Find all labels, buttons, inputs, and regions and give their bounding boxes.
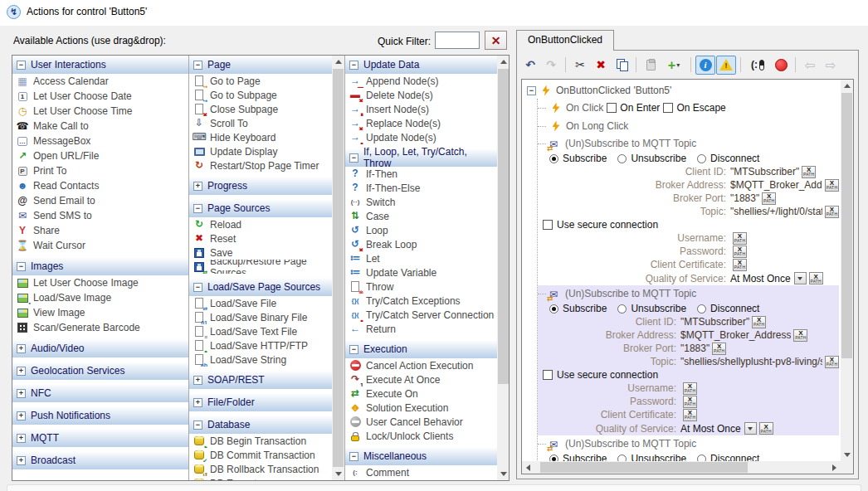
action-item-cancel-action-execution[interactable]: Cancel Action Execution: [345, 358, 497, 372]
scrollbar-thumb[interactable]: [841, 93, 852, 358]
xpath-button[interactable]: XPATH: [825, 206, 839, 218]
action-item-go-to-page[interactable]: ↪Go to Page: [189, 74, 332, 88]
delete-button[interactable]: ✖: [591, 56, 611, 75]
section-header-file-folder[interactable]: +File/Folder: [189, 393, 332, 411]
action-item-open-url-file[interactable]: ↗Open URL/File: [12, 148, 188, 163]
collapse-icon[interactable]: −: [349, 452, 358, 461]
action-item-view-image[interactable]: View Image: [12, 305, 188, 320]
action-item-load-save-image[interactable]: ▪Load/Save Image: [12, 290, 188, 305]
radio-disconnect[interactable]: [697, 455, 706, 462]
checkbox-on-escape[interactable]: [663, 103, 673, 113]
expand-icon[interactable]: +: [193, 376, 202, 385]
undo-button[interactable]: ↶: [520, 56, 540, 75]
action-item-share[interactable]: YShare: [12, 223, 188, 238]
collapse-icon[interactable]: −: [349, 345, 358, 354]
tree-horizontal-scrollbar[interactable]: [522, 461, 841, 474]
xpath-button[interactable]: XPATH: [759, 422, 773, 435]
section-header-load-save-page-sources[interactable]: −Load/Save Page Sources: [189, 278, 332, 296]
xpath-button[interactable]: XPATH: [683, 396, 697, 408]
section-header-broadcast[interactable]: +Broadcast: [12, 451, 188, 469]
action-item-replace-node-s[interactable]: →✖Replace Node(s): [345, 116, 497, 130]
quick-filter-input[interactable]: [435, 32, 480, 49]
forward-button[interactable]: ⇨: [821, 56, 841, 75]
action-item-lock-unlock-clients[interactable]: Lock/Unlock Clients: [345, 429, 497, 443]
expand-icon[interactable]: +: [17, 434, 26, 443]
scrollbar-thumb[interactable]: [333, 69, 344, 467]
xpath-button[interactable]: XPATH: [733, 246, 747, 258]
action-item-update-display[interactable]: Update Display: [189, 144, 332, 158]
collapse-icon[interactable]: −: [527, 86, 536, 95]
action-item-load-save-http-ftp[interactable]: ●Load/Save HTTP/FTP: [189, 338, 332, 352]
expand-icon[interactable]: +: [17, 344, 26, 353]
section-header-execution[interactable]: −Execution: [345, 340, 497, 358]
scroll-up-arrow[interactable]: [332, 56, 344, 68]
action-item-reload[interactable]: ↻Reload: [189, 217, 332, 231]
action-item-send-sms-to[interactable]: ✉Send SMS to: [12, 208, 188, 223]
action-item-messagebox[interactable]: …MessageBox: [12, 134, 188, 148]
action-item-try-catch-exceptions[interactable]: {}(Try/Catch Exceptions: [345, 294, 497, 308]
section-header-update-data[interactable]: −Update Data: [345, 56, 497, 74]
section-header-user-interactions[interactable]: −User Interactions: [12, 56, 188, 74]
xpath-button[interactable]: XPATH: [809, 272, 823, 284]
action-item-break-loop[interactable]: ↺✖Break Loop: [345, 237, 497, 251]
dropdown-arrow-button[interactable]: [744, 422, 757, 435]
tree-root-row[interactable]: −OnButtonClicked 'Button5': [527, 82, 839, 99]
expand-icon[interactable]: +: [193, 398, 202, 407]
action-item-backup-restore-page-sources[interactable]: ⇄Backup/Restore Page Sources: [189, 260, 332, 274]
action-item-scan-generate-barcode[interactable]: Scan/Generate Barcode: [12, 320, 188, 335]
action-item-load-save-string[interactable]: abLoad/Save String: [189, 352, 332, 367]
radio-disconnect[interactable]: [697, 154, 706, 163]
paste-button[interactable]: [641, 56, 661, 75]
action-item-restart-stop-page-timer[interactable]: ↻Restart/Stop Page Timer: [189, 158, 332, 173]
section-header-page-sources[interactable]: −Page Sources: [189, 199, 332, 217]
action-item-update-variable[interactable]: ≔Update Variable: [345, 265, 497, 280]
mqtt-action-2[interactable]: ✉⇄(Un)Subscribe to MQTT TopicSubscribeUn…: [538, 285, 839, 435]
collapse-icon[interactable]: −: [193, 204, 202, 213]
action-item-execute-on[interactable]: ⇄Execute On: [345, 386, 497, 401]
action-item-send-email-to[interactable]: @Send Email to: [12, 193, 188, 208]
xpath-button[interactable]: XPATH: [825, 179, 839, 192]
action-item-reset[interactable]: ✖Reset: [189, 231, 332, 246]
action-item-save[interactable]: Save: [189, 246, 332, 260]
action-item-return[interactable]: ←Return: [345, 322, 497, 336]
collapse-icon[interactable]: −: [17, 262, 26, 271]
xpath-button[interactable]: XPATH: [712, 343, 726, 355]
action-item-loop[interactable]: ↺Loop: [345, 223, 497, 237]
collapse-icon[interactable]: −: [193, 61, 202, 70]
radio-unsubscribe[interactable]: [617, 154, 627, 163]
action-item-let[interactable]: ≔Let: [345, 251, 497, 265]
xpath-button[interactable]: XPATH: [825, 356, 839, 368]
dropdown-arrow-button[interactable]: [794, 272, 807, 284]
mqtt-action-1[interactable]: ✉⇄(Un)Subscribe to MQTT TopicSubscribeUn…: [538, 135, 839, 285]
checkbox-on-enter[interactable]: [607, 103, 617, 113]
scroll-left-arrow[interactable]: [522, 461, 534, 474]
mqtt-action-3[interactable]: ✉⇄(Un)Subscribe to MQTT TopicSubscribeUn…: [538, 435, 839, 461]
action-item-let-user-choose-time[interactable]: ◷Let User Choose Time: [12, 104, 188, 119]
expand-icon[interactable]: +: [17, 389, 26, 398]
xpath-button[interactable]: XPATH: [733, 232, 747, 245]
xpath-button[interactable]: XPATH: [733, 259, 747, 271]
scroll-up-arrow[interactable]: [497, 56, 510, 68]
section-header-audio-video[interactable]: +Audio/Video: [12, 339, 188, 357]
tab-onbuttonclicked[interactable]: OnButtonClicked: [516, 30, 614, 51]
radio-disconnect[interactable]: [697, 304, 706, 314]
action-item-user-cancel-behavior[interactable]: User Cancel Behavior: [345, 415, 497, 429]
section-header-nfc[interactable]: +NFC: [12, 384, 188, 402]
action-item-db-begin-transaction[interactable]: ▸DB Begin Transaction: [189, 434, 332, 448]
copy-button[interactable]: [612, 56, 631, 75]
scroll-down-arrow[interactable]: [332, 468, 344, 480]
action-item-let-user-choose-image[interactable]: Let User Choose Image: [12, 275, 188, 290]
comments-button[interactable]: (:: [745, 56, 770, 75]
cut-button[interactable]: ✂: [570, 56, 590, 75]
scrollbar-thumb[interactable]: [498, 69, 509, 384]
action-item-execute-at-once[interactable]: ↷1Execute At Once: [345, 372, 497, 386]
action-item-make-call-to[interactable]: ☎Make Call to: [12, 119, 188, 134]
scrollbar-thumb[interactable]: [540, 462, 748, 473]
expand-icon[interactable]: +: [193, 182, 202, 191]
add-button[interactable]: +▾: [661, 56, 686, 75]
xpath-button[interactable]: XPATH: [793, 329, 807, 342]
action-item-db-rollback-transaction[interactable]: ↺DB Rollback Transaction: [189, 462, 332, 476]
action-item-access-calendar[interactable]: ▦Access Calendar: [12, 74, 188, 89]
expand-icon[interactable]: +: [17, 367, 26, 376]
action-item-switch[interactable]: (··)Switch: [345, 195, 497, 209]
